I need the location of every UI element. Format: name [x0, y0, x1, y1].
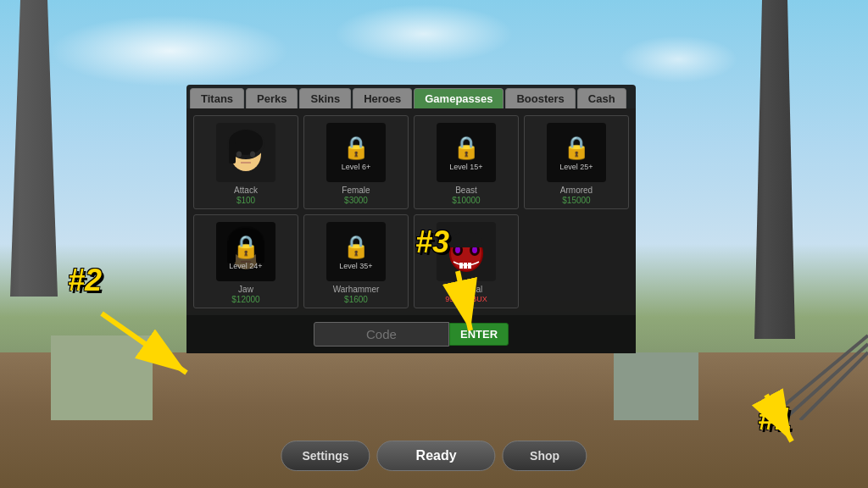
svg-point-7 — [236, 152, 242, 158]
lock-icon-warhammer: 🔒 — [342, 234, 370, 260]
tabs-container: Titans Perks Skins Heroes Gamepasses Boo… — [186, 85, 636, 108]
lock-level-jaw: Level 24+ — [229, 262, 262, 270]
tab-skins[interactable]: Skins — [299, 88, 351, 108]
lock-level-female: Level 6+ — [342, 163, 370, 171]
lock-overlay-female: 🔒 Level 6+ — [326, 123, 386, 182]
skin-armored-icon: 🔒 Level 25+ — [547, 123, 606, 182]
svg-rect-25 — [464, 263, 467, 269]
building-left — [51, 336, 153, 420]
skin-beast-price: $10000 — [452, 196, 480, 205]
code-input[interactable] — [314, 322, 449, 347]
lock-level-beast: Level 15+ — [449, 163, 482, 171]
skin-attack-name: Attack — [234, 186, 258, 195]
ready-button[interactable]: Ready — [377, 441, 496, 471]
skin-jaw-name: Jaw — [238, 285, 253, 294]
skin-female-price: $3000 — [344, 196, 368, 205]
lock-icon-beast: 🔒 — [453, 135, 480, 161]
lock-level-warhammer: Level 35+ — [339, 262, 372, 270]
svg-rect-26 — [468, 263, 471, 269]
skin-beast-icon: 🔒 Level 15+ — [437, 123, 496, 182]
skin-colossal[interactable]: Colossal 999 ROBUX — [414, 214, 519, 308]
skins-grid: Attack $100 🔒 Level 6+ Female $3000 🔒 Le… — [186, 108, 636, 315]
svg-point-23 — [472, 247, 477, 253]
svg-rect-6 — [229, 142, 236, 164]
skin-attack-icon — [216, 123, 275, 182]
settings-button[interactable]: Settings — [281, 441, 370, 471]
skin-colossal-price: 999 ROBUX — [445, 295, 487, 303]
skin-female-icon: 🔒 Level 6+ — [326, 123, 386, 182]
tab-gamepasses[interactable]: Gamepasses — [414, 88, 504, 108]
lock-overlay-beast: 🔒 Level 15+ — [437, 123, 496, 182]
skin-colossal-icon — [437, 222, 496, 281]
tab-titans[interactable]: Titans — [190, 88, 244, 108]
skin-jaw[interactable]: 🔒 Level 24+ Jaw $12000 — [193, 214, 298, 308]
svg-rect-24 — [459, 263, 463, 269]
lock-icon-armored: 🔒 — [563, 135, 590, 161]
lock-level-armored: Level 25+ — [559, 163, 593, 171]
lock-overlay-jaw: 🔒 Level 24+ — [216, 222, 275, 281]
tab-boosters[interactable]: Boosters — [505, 88, 575, 108]
skin-jaw-icon: 🔒 Level 24+ — [216, 222, 275, 281]
skin-female-name: Female — [342, 186, 370, 195]
tab-heroes[interactable]: Heroes — [353, 88, 412, 108]
skin-attack[interactable]: Attack $100 — [193, 115, 298, 209]
lock-icon-jaw: 🔒 — [232, 234, 259, 260]
tab-perks[interactable]: Perks — [246, 88, 298, 108]
skin-female[interactable]: 🔒 Level 6+ Female $3000 — [303, 115, 409, 209]
skin-beast[interactable]: 🔒 Level 15+ Beast $10000 — [414, 115, 519, 209]
lock-icon-female: 🔒 — [342, 135, 370, 161]
skin-warhammer-icon: 🔒 Level 35+ — [326, 222, 386, 281]
tab-cash[interactable]: Cash — [577, 88, 626, 108]
svg-point-22 — [455, 247, 460, 253]
enter-button[interactable]: ENTER — [449, 323, 509, 346]
skin-attack-price: $100 — [236, 196, 255, 205]
skin-armored-price: $15000 — [562, 196, 590, 205]
skin-jaw-price: $12000 — [231, 295, 259, 304]
svg-point-8 — [250, 152, 255, 158]
bottom-bar: Settings Ready Shop — [281, 441, 587, 471]
skin-warhammer-price: $1600 — [344, 295, 368, 304]
building-right — [614, 352, 698, 420]
skin-armored[interactable]: 🔒 Level 25+ Armored $15000 — [524, 115, 629, 209]
lock-overlay-armored: 🔒 Level 25+ — [547, 123, 606, 182]
skin-warhammer-name: Warhammer — [333, 285, 380, 294]
main-panel: Titans Perks Skins Heroes Gamepasses Boo… — [186, 85, 636, 353]
skin-armored-name: Armored — [560, 186, 593, 195]
shop-button[interactable]: Shop — [503, 441, 587, 471]
skin-colossal-name: Colossal — [450, 285, 482, 294]
skin-beast-name: Beast — [455, 186, 477, 195]
lock-overlay-warhammer: 🔒 Level 35+ — [326, 222, 386, 281]
skin-warhammer[interactable]: 🔒 Level 35+ Warhammer $1600 — [303, 214, 409, 308]
code-area: ENTER — [186, 315, 636, 353]
